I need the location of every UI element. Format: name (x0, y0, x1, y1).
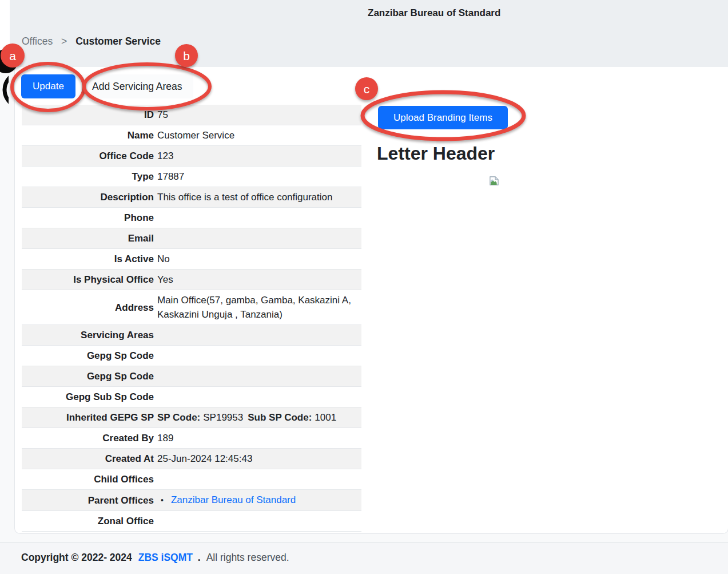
office-details-table-body: ID75NameCustomer ServiceOffice Code123Ty… (22, 105, 361, 532)
detail-row: Office Code123 (22, 146, 361, 167)
value-part: SP Code: (157, 412, 200, 423)
detail-label: Type (22, 167, 155, 187)
detail-label: Child Offices (22, 469, 155, 490)
detail-row: Child Offices (22, 469, 361, 490)
detail-value (155, 469, 361, 490)
detail-value: Customer Service (155, 125, 361, 146)
app-title: Zanzibar Bureau of Standard (368, 7, 500, 19)
detail-value (155, 346, 361, 366)
detail-row: Phone (22, 208, 361, 228)
detail-label: Gepg Sp Code (22, 346, 155, 366)
detail-value: 123 (155, 146, 361, 167)
detail-value: 75 (155, 105, 361, 125)
detail-label: Gepg Sp Code (22, 366, 155, 387)
detail-row: ID75 (22, 105, 361, 125)
detail-row: Email (22, 228, 361, 249)
detail-row: Is ActiveNo (22, 249, 361, 270)
detail-value (155, 511, 361, 532)
detail-value: Main Office(57, gamba, Gamba, Kaskazini … (155, 290, 361, 325)
detail-value: •Zanzibar Bureau of Standard (155, 490, 361, 511)
detail-row: NameCustomer Service (22, 125, 361, 146)
office-detail-page: Zanzibar Bureau of Standard Offices > Cu… (0, 0, 728, 574)
detail-row: Created At25-Jun-2024 12:45:43 (22, 449, 361, 469)
left-gutter (0, 0, 10, 67)
detail-value: 189 (155, 428, 361, 449)
detail-row: Inherited GEPG SPSP Code:SP19953Sub SP C… (22, 407, 361, 428)
footer-brand-link[interactable]: ZBS iSQMT (138, 552, 193, 563)
detail-label: ID (22, 105, 155, 125)
breadcrumb-current: Customer Service (75, 35, 161, 47)
office-details-table: ID75NameCustomer ServiceOffice Code123Ty… (22, 105, 361, 532)
detail-value: 17887 (155, 167, 361, 187)
detail-row: Is Physical OfficeYes (22, 270, 361, 290)
detail-value: No (155, 249, 361, 270)
detail-label: Parent Offices (22, 490, 155, 511)
footer: Copyright © 2022- 2024 ZBS iSQMT . All r… (0, 543, 728, 574)
detail-value (155, 366, 361, 387)
breadcrumb: Offices > Customer Service (22, 35, 161, 47)
detail-row: AddressMain Office(57, gamba, Gamba, Kas… (22, 290, 361, 325)
detail-value: 25-Jun-2024 12:45:43 (155, 449, 361, 469)
detail-label: Servicing Areas (22, 325, 155, 346)
detail-label: Address (22, 290, 155, 325)
detail-value: Yes (155, 270, 361, 290)
update-button[interactable]: Update (21, 74, 75, 98)
breadcrumb-offices[interactable]: Offices (22, 35, 53, 47)
detail-row: Zonal Office (22, 511, 361, 532)
detail-value: SP Code:SP19953Sub SP Code:1001 (155, 407, 361, 428)
detail-label: Phone (22, 208, 155, 228)
detail-row: Gepg Sp Code (22, 366, 361, 387)
detail-row: Servicing Areas (22, 325, 361, 346)
detail-value: This office is a test of office configur… (155, 187, 361, 208)
footer-dot: . (198, 552, 201, 563)
parent-office-link[interactable]: Zanzibar Bureau of Standard (171, 494, 296, 505)
detail-value (155, 208, 361, 228)
detail-label: Created At (22, 449, 155, 469)
detail-label: Created By (22, 428, 155, 449)
detail-label: Gepg Sub Sp Code (22, 387, 155, 407)
footer-copyright: Copyright © 2022- 2024 (21, 552, 132, 563)
detail-row: Gepg Sub Sp Code (22, 387, 361, 407)
value-part: 1001 (315, 412, 336, 423)
office-detail-card: Update Add Servicing Areas ID75NameCusto… (14, 67, 728, 534)
value-part: SP19953 (203, 412, 243, 423)
add-servicing-areas-button[interactable]: Add Servicing Areas (81, 74, 193, 98)
detail-value (155, 228, 361, 249)
detail-row: Type17887 (22, 167, 361, 187)
detail-label: Description (22, 187, 155, 208)
letter-header-title: Letter Header (377, 143, 495, 164)
detail-row: DescriptionThis office is a test of offi… (22, 187, 361, 208)
upload-branding-items-button[interactable]: Upload Branding Items (378, 106, 508, 129)
footer-text: Copyright © 2022- 2024 ZBS iSQMT . All r… (21, 552, 289, 564)
footer-rights: All rights reserved. (206, 552, 289, 563)
detail-value (155, 387, 361, 407)
detail-value (155, 325, 361, 346)
detail-label: Is Physical Office (22, 270, 155, 290)
breadcrumb-separator-icon: > (61, 35, 67, 47)
detail-label: Email (22, 228, 155, 249)
detail-label: Zonal Office (22, 511, 155, 532)
detail-row: Gepg Sp Code (22, 346, 361, 366)
detail-label: Office Code (22, 146, 155, 167)
value-part: Sub SP Code: (248, 412, 312, 423)
bullet-icon: • (161, 496, 164, 505)
detail-label: Inherited GEPG SP (22, 407, 155, 428)
detail-row: Created By189 (22, 428, 361, 449)
detail-row: Parent Offices•Zanzibar Bureau of Standa… (22, 490, 361, 511)
detail-label: Is Active (22, 249, 155, 270)
broken-image-icon (488, 175, 500, 187)
detail-label: Name (22, 125, 155, 146)
